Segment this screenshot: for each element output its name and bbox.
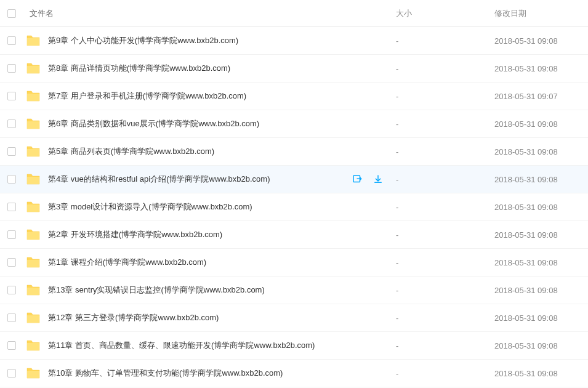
row-checkbox[interactable] — [7, 341, 16, 350]
row-checkbox[interactable] — [7, 36, 16, 45]
row-checkbox[interactable] — [7, 230, 16, 239]
folder-icon — [26, 173, 41, 185]
folder-icon — [26, 339, 41, 352]
file-name[interactable]: 第3章 model设计和资源导入(博学商学院www.bxb2b.com) — [48, 201, 252, 212]
file-date: 2018-05-31 09:08 — [494, 230, 581, 240]
column-header-date[interactable]: 修改日期 — [494, 8, 581, 19]
file-size: - — [396, 286, 494, 295]
folder-icon — [26, 228, 41, 241]
folder-icon — [26, 118, 41, 130]
row-checkbox[interactable] — [7, 147, 16, 156]
file-size: - — [396, 64, 494, 73]
table-row[interactable]: 第6章 商品类别数据和vue展示(博学商学院www.bxb2b.com) - 2… — [0, 110, 588, 138]
file-size: - — [396, 175, 494, 184]
file-name[interactable]: 第7章 用户登录和手机注册(博学商学院www.bxb2b.com) — [48, 91, 246, 102]
table-row[interactable]: 第5章 商品列表页(博学商学院www.bxb2b.com) - 2018-05-… — [0, 138, 588, 166]
download-icon[interactable] — [373, 174, 384, 185]
folder-icon — [26, 367, 41, 379]
file-name[interactable]: 第9章 个人中心功能开发(博学商学院www.bxb2b.com) — [48, 35, 238, 46]
folder-icon — [26, 201, 41, 213]
file-size: - — [396, 147, 494, 156]
folder-icon — [26, 34, 41, 47]
file-date: 2018-05-31 09:08 — [494, 36, 581, 46]
file-date: 2018-05-31 09:08 — [494, 175, 581, 184]
row-checkbox[interactable] — [7, 175, 16, 184]
folder-icon — [26, 90, 41, 102]
table-row[interactable]: 第11章 首页、商品数量、缓存、限速功能开发(博学商学院www.bxb2b.co… — [0, 332, 588, 360]
file-size: - — [396, 119, 494, 129]
file-name[interactable]: 第6章 商品类别数据和vue展示(博学商学院www.bxb2b.com) — [48, 118, 259, 129]
file-name[interactable]: 第1章 课程介绍(博学商学院www.bxb2b.com) — [48, 257, 206, 268]
folder-icon — [26, 201, 41, 213]
file-name[interactable]: 第12章 第三方登录(博学商学院www.bxb2b.com) — [48, 312, 219, 323]
file-name[interactable]: 第2章 开发环境搭建(博学商学院www.bxb2b.com) — [48, 229, 222, 240]
file-name[interactable]: 第8章 商品详情页功能(博学商学院www.bxb2b.com) — [48, 63, 230, 74]
file-size: - — [396, 258, 494, 267]
row-checkbox[interactable] — [7, 64, 16, 73]
file-size: - — [396, 230, 494, 240]
file-size: - — [396, 313, 494, 323]
folder-icon — [26, 118, 41, 130]
row-checkbox[interactable] — [7, 119, 16, 128]
folder-icon — [26, 62, 41, 75]
file-name[interactable]: 第5章 商品列表页(博学商学院www.bxb2b.com) — [48, 146, 214, 157]
folder-icon — [26, 367, 41, 379]
file-size: - — [396, 369, 494, 378]
file-date: 2018-05-31 09:08 — [494, 203, 581, 212]
folder-icon — [26, 145, 41, 158]
folder-icon — [26, 256, 41, 269]
file-date: 2018-05-31 09:08 — [494, 286, 581, 295]
file-date: 2018-05-31 09:08 — [494, 64, 581, 73]
folder-icon — [26, 339, 41, 352]
row-actions — [352, 174, 384, 185]
share-icon[interactable] — [352, 174, 363, 185]
file-name[interactable]: 第13章 sentry实现错误日志监控(博学商学院www.bxb2b.com) — [48, 285, 265, 296]
row-checkbox[interactable] — [7, 369, 16, 378]
folder-icon — [26, 228, 41, 241]
folder-icon — [26, 90, 41, 102]
folder-icon — [26, 145, 41, 158]
file-size: - — [396, 203, 494, 212]
table-row[interactable]: 第4章 vue的结构和restful api介绍(博学商学院www.bxb2b.… — [0, 166, 588, 193]
table-row[interactable]: 第12章 第三方登录(博学商学院www.bxb2b.com) - 2018-05… — [0, 304, 588, 332]
file-date: 2018-05-31 09:08 — [494, 119, 581, 129]
table-row[interactable]: 第2章 开发环境搭建(博学商学院www.bxb2b.com) - 2018-05… — [0, 221, 588, 249]
folder-icon — [26, 34, 41, 47]
file-name[interactable]: 第10章 购物车、订单管理和支付功能(博学商学院www.bxb2b.com) — [48, 368, 283, 379]
folder-icon — [26, 256, 41, 269]
row-checkbox[interactable] — [7, 286, 16, 294]
table-row[interactable]: 第13章 sentry实现错误日志监控(博学商学院www.bxb2b.com) … — [0, 277, 588, 304]
row-checkbox[interactable] — [7, 92, 16, 100]
folder-icon — [26, 173, 41, 185]
file-date: 2018-05-31 09:08 — [494, 341, 581, 350]
table-row[interactable]: 第3章 model设计和资源导入(博学商学院www.bxb2b.com) - 2… — [0, 193, 588, 221]
folder-icon — [26, 284, 41, 296]
table-row[interactable]: 第10章 购物车、订单管理和支付功能(博学商学院www.bxb2b.com) -… — [0, 360, 588, 387]
file-name[interactable]: 第4章 vue的结构和restful api介绍(博学商学院www.bxb2b.… — [48, 174, 270, 185]
row-checkbox[interactable] — [7, 313, 16, 322]
folder-icon — [26, 312, 41, 324]
file-size: - — [396, 341, 494, 350]
folder-icon — [26, 312, 41, 324]
file-size: - — [396, 36, 494, 46]
file-size: - — [396, 92, 494, 101]
table-row[interactable]: 第7章 用户登录和手机注册(博学商学院www.bxb2b.com) - 2018… — [0, 83, 588, 110]
file-table: 文件名 大小 修改日期 第9章 个人中心功能开发(博学商学院www.bxb2b.… — [0, 0, 588, 387]
row-checkbox[interactable] — [7, 258, 16, 267]
column-header-name[interactable]: 文件名 — [25, 8, 396, 19]
table-row[interactable]: 第8章 商品详情页功能(博学商学院www.bxb2b.com) - 2018-0… — [0, 55, 588, 83]
folder-icon — [26, 284, 41, 296]
file-date: 2018-05-31 09:07 — [494, 92, 581, 101]
file-date: 2018-05-31 09:08 — [494, 147, 581, 156]
table-header: 文件名 大小 修改日期 — [0, 0, 588, 27]
file-name[interactable]: 第11章 首页、商品数量、缓存、限速功能开发(博学商学院www.bxb2b.co… — [48, 340, 315, 351]
file-date: 2018-05-31 09:08 — [494, 258, 581, 267]
table-row[interactable]: 第1章 课程介绍(博学商学院www.bxb2b.com) - 2018-05-3… — [0, 249, 588, 277]
file-date: 2018-05-31 09:08 — [494, 369, 581, 378]
row-checkbox[interactable] — [7, 203, 16, 211]
file-date: 2018-05-31 09:08 — [494, 313, 581, 323]
column-header-size[interactable]: 大小 — [396, 8, 494, 19]
folder-icon — [26, 62, 41, 75]
table-row[interactable]: 第9章 个人中心功能开发(博学商学院www.bxb2b.com) - 2018-… — [0, 27, 588, 55]
select-all-checkbox[interactable] — [7, 9, 16, 18]
